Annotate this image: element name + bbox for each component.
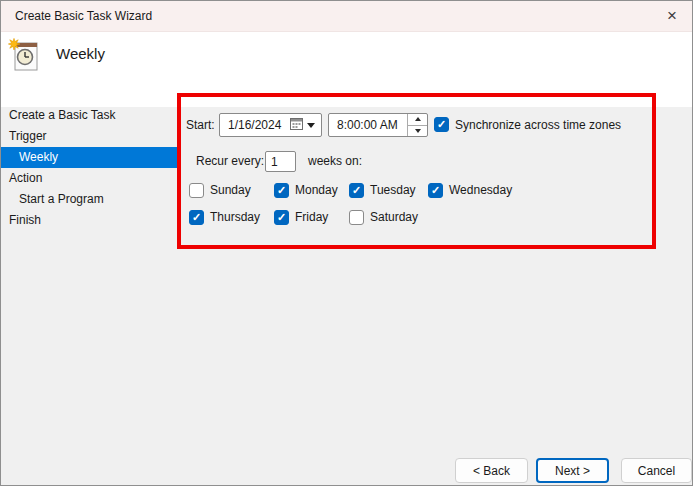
scheduled-task-icon xyxy=(8,37,40,76)
synchronize-timezones-checkbox[interactable] xyxy=(434,117,449,132)
day-label: Sunday xyxy=(210,183,251,198)
checkbox-icon[interactable] xyxy=(428,183,443,198)
wizard-header: Weekly xyxy=(1,32,692,107)
window-title: Create Basic Task Wizard xyxy=(15,1,152,31)
arrow-down-icon xyxy=(415,129,421,133)
calendar-icon xyxy=(290,117,303,133)
synchronize-timezones-label: Synchronize across time zones xyxy=(455,113,621,137)
wizard-steps-sidebar: Create a Basic Task Trigger Weekly Actio… xyxy=(1,105,177,231)
day-label: Thursday xyxy=(210,210,260,225)
day-label: Friday xyxy=(295,210,328,225)
day-checkbox-thursday[interactable]: Thursday xyxy=(189,210,260,225)
back-button[interactable]: < Back xyxy=(455,458,528,483)
day-checkbox-monday[interactable]: Monday xyxy=(274,183,338,198)
day-label: Wednesday xyxy=(449,183,512,198)
sidebar-item-finish: Finish xyxy=(1,210,177,231)
next-button[interactable]: Next > xyxy=(536,458,609,483)
recur-every-label: Recur every: xyxy=(196,149,264,173)
day-checkbox-wednesday[interactable]: Wednesday xyxy=(428,183,512,198)
day-label: Monday xyxy=(295,183,338,198)
checkbox-icon[interactable] xyxy=(274,210,289,225)
spin-down-button[interactable] xyxy=(408,126,427,137)
start-date-value: 1/16/2024 xyxy=(228,118,290,132)
start-label: Start: xyxy=(186,113,215,137)
start-time-spinner[interactable]: 8:00:00 AM xyxy=(328,113,428,137)
checkbox-icon[interactable] xyxy=(189,183,204,198)
page-title: Weekly xyxy=(56,45,105,62)
calendar-dropdown[interactable] xyxy=(290,117,321,133)
start-time-value: 8:00:00 AM xyxy=(337,118,398,132)
cancel-button[interactable]: Cancel xyxy=(621,458,692,483)
sidebar-item-start-a-program: Start a Program xyxy=(1,189,177,210)
day-checkbox-friday[interactable]: Friday xyxy=(274,210,328,225)
sidebar-item-action: Action xyxy=(1,168,177,189)
close-icon[interactable]: × xyxy=(660,4,684,28)
checkbox-icon[interactable] xyxy=(189,210,204,225)
day-checkbox-tuesday[interactable]: Tuesday xyxy=(349,183,416,198)
day-checkbox-sunday[interactable]: Sunday xyxy=(189,183,251,198)
chevron-down-icon xyxy=(307,123,315,128)
arrow-up-icon xyxy=(415,117,421,121)
weeks-on-label: weeks on: xyxy=(308,149,362,173)
titlebar: Create Basic Task Wizard × xyxy=(1,1,692,32)
sidebar-item-create-a-basic-task: Create a Basic Task xyxy=(1,105,177,126)
spin-up-button[interactable] xyxy=(408,114,427,126)
sidebar-item-trigger: Trigger xyxy=(1,126,177,147)
day-label: Tuesday xyxy=(370,183,416,198)
checkbox-icon[interactable] xyxy=(349,183,364,198)
checkbox-icon[interactable] xyxy=(274,183,289,198)
start-date-picker[interactable]: 1/16/2024 xyxy=(219,113,322,137)
time-spin-controls xyxy=(407,114,427,136)
day-checkbox-saturday[interactable]: Saturday xyxy=(349,210,418,225)
sidebar-item-weekly: Weekly xyxy=(1,147,177,168)
day-label: Saturday xyxy=(370,210,418,225)
create-basic-task-wizard-window: Create Basic Task Wizard × Weekly Create… xyxy=(0,0,693,486)
recur-weeks-input[interactable] xyxy=(265,151,296,172)
checkbox-icon[interactable] xyxy=(349,210,364,225)
